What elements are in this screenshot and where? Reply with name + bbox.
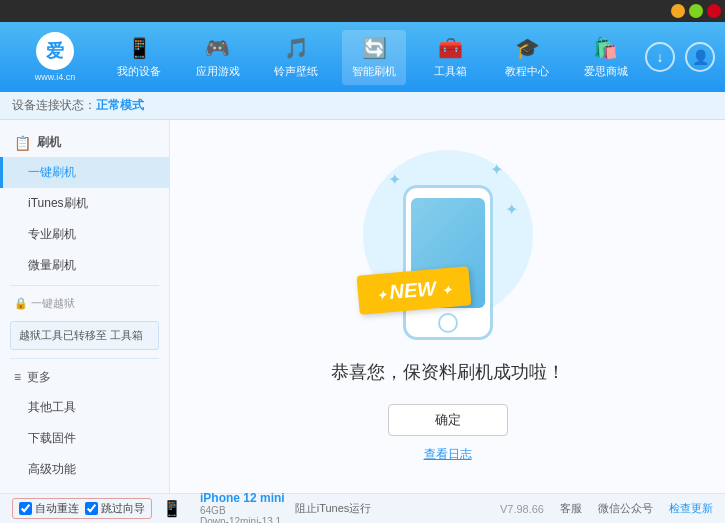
- sidebar-item-professional[interactable]: 专业刷机: [0, 219, 169, 250]
- toolbox-label: 工具箱: [434, 64, 467, 79]
- sidebar-section-flash: 📋 刷机: [0, 128, 169, 157]
- sparkle-3: ✦: [505, 200, 518, 219]
- flash-section-label: 刷机: [37, 134, 61, 151]
- main-layout: 📋 刷机 一键刷机 iTunes刷机 专业刷机 微量刷机 🔒 一键越狱 越狱工具…: [0, 120, 725, 493]
- downloadfw-label: 下载固件: [28, 431, 76, 445]
- appgame-label: 应用游戏: [196, 64, 240, 79]
- phone-home-button: [438, 313, 458, 333]
- minimize-btn[interactable]: [671, 4, 685, 18]
- toolbox-icon: 🧰: [438, 36, 463, 60]
- nav-items: 📱 我的设备 🎮 应用游戏 🎵 铃声壁纸 🔄 智能刷机 🧰 工具箱 🎓 教程中心…: [100, 30, 645, 85]
- title-bar: [0, 0, 725, 22]
- status-bar: 设备连接状态： 正常模式: [0, 92, 725, 120]
- flash-section-icon: 📋: [14, 135, 31, 151]
- sidebar-section-more: ≡ 更多: [0, 363, 169, 392]
- content-area: ✦ ✦ ✦ NEW 恭喜您，保资料刷机成功啦！ 确定 查看日志: [170, 120, 725, 493]
- bottom-right: V7.98.66 客服 微信公众号 检查更新: [500, 501, 713, 516]
- nav-ringtone[interactable]: 🎵 铃声壁纸: [264, 30, 328, 85]
- autoreconnect-label: 自动重连: [35, 501, 79, 516]
- jailbreak-label: 🔒 一键越狱: [14, 296, 75, 311]
- professional-label: 专业刷机: [28, 227, 76, 241]
- success-text: 恭喜您，保资料刷机成功啦！: [331, 360, 565, 384]
- account-btn[interactable]: 👤: [685, 42, 715, 72]
- ringtone-label: 铃声壁纸: [274, 64, 318, 79]
- bottom-left: 自动重连 跳过向导 📱 iPhone 12 mini 64GB Down-12m…: [12, 491, 500, 524]
- autoreconnect-checkbox[interactable]: [19, 502, 32, 515]
- checkbox-autoreconnect[interactable]: 自动重连: [19, 501, 79, 516]
- device-storage: 64GB: [200, 505, 285, 516]
- othertool-label: 其他工具: [28, 400, 76, 414]
- sidebar-divider-1: [10, 285, 159, 286]
- logo-icon: 爱: [36, 32, 74, 70]
- nav-right-buttons: ↓ 👤: [645, 42, 715, 72]
- confirm-button[interactable]: 确定: [388, 404, 508, 436]
- device-name: iPhone 12 mini: [200, 491, 285, 505]
- sidebar-item-micro[interactable]: 微量刷机: [0, 250, 169, 281]
- tutorial-label: 教程中心: [505, 64, 549, 79]
- sidebar-item-itunes[interactable]: iTunes刷机: [0, 188, 169, 219]
- download-btn[interactable]: ↓: [645, 42, 675, 72]
- version-label: V7.98.66: [500, 503, 544, 515]
- sidebar: 📋 刷机 一键刷机 iTunes刷机 专业刷机 微量刷机 🔒 一键越狱 越狱工具…: [0, 120, 170, 493]
- nav-mydevice[interactable]: 📱 我的设备: [107, 30, 171, 85]
- sidebar-item-advanced[interactable]: 高级功能: [0, 454, 169, 485]
- itunes-status: 阻止iTunes运行: [295, 501, 372, 516]
- skipwizard-label: 跳过向导: [101, 501, 145, 516]
- wechat-link[interactable]: 微信公众号: [598, 501, 653, 516]
- checkbox-skipwizard[interactable]: 跳过向导: [85, 501, 145, 516]
- mydevice-label: 我的设备: [117, 64, 161, 79]
- app-logo: 爱 www.i4.cn: [10, 32, 100, 82]
- check-update-link[interactable]: 检查更新: [669, 501, 713, 516]
- status-value: 正常模式: [96, 97, 144, 114]
- nav-toolbox[interactable]: 🧰 工具箱: [421, 30, 481, 85]
- success-illustration: ✦ ✦ ✦ NEW: [368, 150, 528, 340]
- smartflash-label: 智能刷机: [352, 64, 396, 79]
- store-label: 爱思商城: [584, 64, 628, 79]
- view-log-link[interactable]: 查看日志: [424, 446, 472, 463]
- sidebar-item-oneclick[interactable]: 一键刷机: [0, 157, 169, 188]
- more-section-icon: ≡: [14, 370, 21, 384]
- maximize-btn[interactable]: [689, 4, 703, 18]
- nav-store[interactable]: 🛍️ 爱思商城: [574, 30, 638, 85]
- mydevice-icon: 📱: [127, 36, 152, 60]
- sidebar-jailbreak-section: 🔒 一键越狱: [0, 290, 169, 317]
- device-icon: 📱: [162, 499, 182, 518]
- new-badge-text: NEW: [388, 277, 436, 303]
- smartflash-icon: 🔄: [362, 36, 387, 60]
- nav-smartflash[interactable]: 🔄 智能刷机: [342, 30, 406, 85]
- jailbreak-info-text: 越狱工具已转移至 工具箱: [19, 329, 143, 341]
- top-nav: 爱 www.i4.cn 📱 我的设备 🎮 应用游戏 🎵 铃声壁纸 🔄 智能刷机 …: [0, 22, 725, 92]
- sidebar-item-downloadfw[interactable]: 下载固件: [0, 423, 169, 454]
- sidebar-divider-2: [10, 358, 159, 359]
- ringtone-icon: 🎵: [284, 36, 309, 60]
- checkbox-group: 自动重连 跳过向导: [12, 498, 152, 519]
- sidebar-item-othertool[interactable]: 其他工具: [0, 392, 169, 423]
- tutorial-icon: 🎓: [515, 36, 540, 60]
- sidebar-jailbreak-info: 越狱工具已转移至 工具箱: [10, 321, 159, 350]
- store-icon: 🛍️: [593, 36, 618, 60]
- more-section-label: 更多: [27, 369, 51, 386]
- close-btn[interactable]: [707, 4, 721, 18]
- bottom-bar: 自动重连 跳过向导 📱 iPhone 12 mini 64GB Down-12m…: [0, 493, 725, 523]
- customer-service-link[interactable]: 客服: [560, 501, 582, 516]
- logo-subtitle: www.i4.cn: [35, 72, 76, 82]
- micro-label: 微量刷机: [28, 258, 76, 272]
- phone-illustration: [403, 185, 493, 340]
- advanced-label: 高级功能: [28, 462, 76, 476]
- status-label: 设备连接状态：: [12, 97, 96, 114]
- skipwizard-checkbox[interactable]: [85, 502, 98, 515]
- device-info: iPhone 12 mini 64GB Down-12mini-13.1: [200, 491, 285, 524]
- itunes-label: iTunes刷机: [28, 196, 88, 210]
- nav-tutorial[interactable]: 🎓 教程中心: [495, 30, 559, 85]
- sparkle-1: ✦: [388, 170, 401, 189]
- sparkle-2: ✦: [490, 160, 503, 179]
- device-model: Down-12mini-13.1: [200, 516, 285, 524]
- nav-appgame[interactable]: 🎮 应用游戏: [186, 30, 250, 85]
- appgame-icon: 🎮: [205, 36, 230, 60]
- oneclick-label: 一键刷机: [28, 165, 76, 179]
